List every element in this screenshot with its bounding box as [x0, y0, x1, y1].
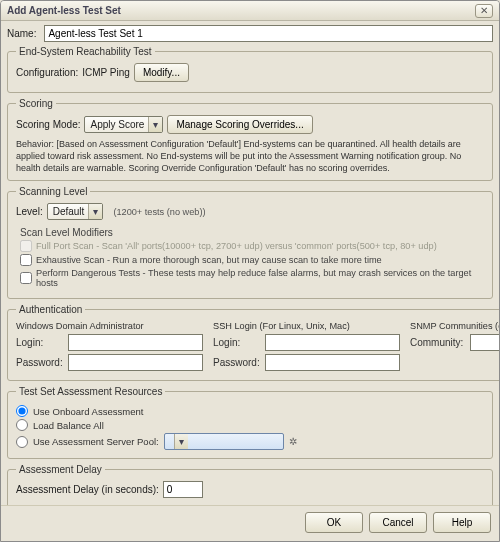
pool-radio[interactable]	[16, 436, 28, 448]
auth-snmp-col: SNMP Communities (comma delimited) Commu…	[410, 321, 499, 374]
delay-row: Assessment Delay (in seconds):	[16, 481, 484, 498]
auth-win-col: Windows Domain Administrator Login: Pass…	[16, 321, 203, 374]
scanning-legend: Scanning Level	[16, 186, 90, 197]
win-pass-input[interactable]	[68, 354, 203, 371]
dangerous-row: Perform Dangerous Tests - These tests ma…	[20, 268, 480, 288]
scoring-row: Scoring Mode: Apply Score ▾ Manage Scori…	[16, 115, 484, 134]
full-port-row: Full Port Scan - Scan 'All' ports(10000+…	[20, 240, 480, 252]
win-login-label: Login:	[16, 337, 64, 348]
delay-group: Assessment Delay Assessment Delay (in se…	[7, 464, 493, 505]
onboard-row: Use Onboard Assessment	[16, 405, 484, 417]
ssh-pass-input[interactable]	[265, 354, 400, 371]
scoring-behavior-text: Behavior: [Based on Assessment Configura…	[16, 138, 484, 174]
full-port-checkbox	[20, 240, 32, 252]
config-value: ICMP Ping	[82, 67, 130, 78]
name-input[interactable]	[44, 25, 493, 42]
button-bar: OK Cancel Help	[1, 505, 499, 541]
chevron-down-icon: ▾	[174, 434, 188, 449]
snmp-header: SNMP Communities (comma delimited)	[410, 321, 499, 331]
auth-legend: Authentication	[16, 304, 85, 315]
cancel-button[interactable]: Cancel	[369, 512, 427, 533]
community-label: Community:	[410, 337, 466, 348]
level-value: Default	[53, 206, 89, 217]
exhaustive-label: Exhaustive Scan - Run a more thorough sc…	[36, 255, 382, 265]
scoring-mode-value: Apply Score	[90, 119, 148, 130]
full-port-label: Full Port Scan - Scan 'All' ports(10000+…	[36, 241, 437, 251]
modifiers-title: Scan Level Modifiers	[20, 227, 480, 238]
scoring-legend: Scoring	[16, 98, 56, 109]
reachability-row: Configuration: ICMP Ping Modify...	[16, 63, 484, 82]
config-label: Configuration:	[16, 67, 78, 78]
auth-group: Authentication Windows Domain Administra…	[7, 304, 499, 381]
name-label: Name:	[7, 28, 36, 39]
exhaustive-row: Exhaustive Scan - Run a more thorough sc…	[20, 254, 480, 266]
resources-legend: Test Set Assessment Resources	[16, 386, 165, 397]
win-header: Windows Domain Administrator	[16, 321, 203, 331]
balance-radio[interactable]	[16, 419, 28, 431]
delay-legend: Assessment Delay	[16, 464, 105, 475]
chevron-down-icon: ▾	[148, 117, 162, 132]
ssh-header: SSH Login (For Linux, Unix, Mac)	[213, 321, 400, 331]
delay-input[interactable]	[163, 481, 203, 498]
close-icon: ✕	[480, 6, 488, 16]
gear-icon[interactable]: ✲	[289, 436, 297, 447]
titlebar: Add Agent-less Test Set ✕	[1, 1, 499, 21]
level-combo[interactable]: Default ▾	[47, 203, 104, 220]
pool-row: Use Assessment Server Pool: ▾ ✲	[16, 433, 484, 450]
delay-label: Assessment Delay (in seconds):	[16, 484, 159, 495]
balance-label: Load Balance All	[33, 420, 104, 431]
exhaustive-checkbox[interactable]	[20, 254, 32, 266]
dialog-title: Add Agent-less Test Set	[7, 5, 121, 16]
pool-label: Use Assessment Server Pool:	[33, 436, 159, 447]
onboard-radio[interactable]	[16, 405, 28, 417]
reachability-legend: End-System Reachability Test	[16, 46, 155, 57]
community-input[interactable]	[470, 334, 499, 351]
ssh-login-label: Login:	[213, 337, 261, 348]
name-row: Name:	[7, 25, 493, 42]
ssh-login-input[interactable]	[265, 334, 400, 351]
add-agentless-dialog: Add Agent-less Test Set ✕ Name: End-Syst…	[0, 0, 500, 542]
onboard-label: Use Onboard Assessment	[33, 406, 143, 417]
level-row: Level: Default ▾ (1200+ tests (no web))	[16, 203, 484, 220]
manage-overrides-button[interactable]: Manage Scoring Overrides...	[167, 115, 312, 134]
reachability-group: End-System Reachability Test Configurati…	[7, 46, 493, 93]
auth-columns: Windows Domain Administrator Login: Pass…	[16, 321, 499, 374]
balance-row: Load Balance All	[16, 419, 484, 431]
dangerous-label: Perform Dangerous Tests - These tests ma…	[36, 268, 480, 288]
ok-button[interactable]: OK	[305, 512, 363, 533]
level-note: (1200+ tests (no web))	[113, 207, 205, 217]
chevron-down-icon: ▾	[88, 204, 102, 219]
pool-combo[interactable]: ▾	[164, 433, 284, 450]
level-label: Level:	[16, 206, 43, 217]
resources-group: Test Set Assessment Resources Use Onboar…	[7, 386, 493, 459]
scoring-group: Scoring Scoring Mode: Apply Score ▾ Mana…	[7, 98, 493, 181]
win-login-input[interactable]	[68, 334, 203, 351]
content: Name: End-System Reachability Test Confi…	[1, 21, 499, 505]
scoring-mode-label: Scoring Mode:	[16, 119, 80, 130]
ssh-pass-label: Password:	[213, 357, 261, 368]
dangerous-checkbox[interactable]	[20, 272, 32, 284]
scoring-mode-combo[interactable]: Apply Score ▾	[84, 116, 163, 133]
close-button[interactable]: ✕	[475, 4, 493, 18]
auth-ssh-col: SSH Login (For Linux, Unix, Mac) Login: …	[213, 321, 400, 374]
modifiers-box: Scan Level Modifiers Full Port Scan - Sc…	[16, 224, 484, 292]
help-button[interactable]: Help	[433, 512, 491, 533]
scanning-group: Scanning Level Level: Default ▾ (1200+ t…	[7, 186, 493, 299]
modify-button[interactable]: Modify...	[134, 63, 189, 82]
win-pass-label: Password:	[16, 357, 64, 368]
